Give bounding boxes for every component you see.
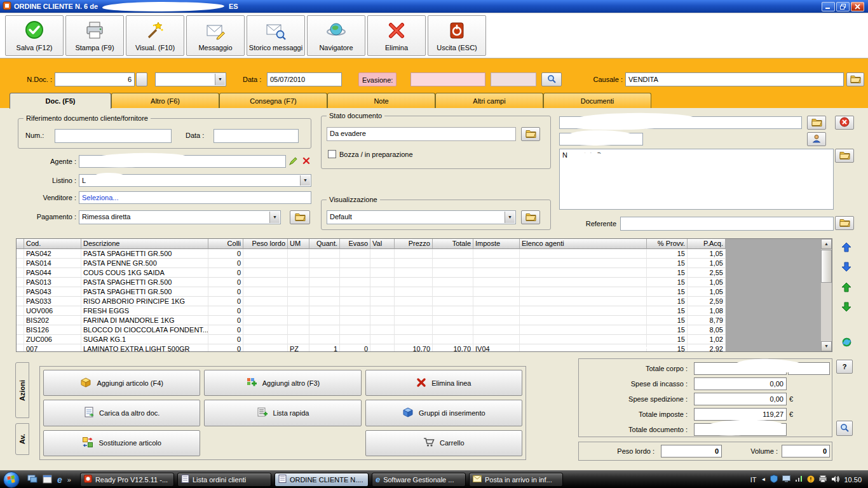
add-other-button[interactable]: Aggiungi altro (F3)	[204, 370, 361, 396]
referente-folder-button[interactable]	[835, 216, 854, 230]
grid-cell-totale[interactable]	[433, 287, 473, 297]
grid-cell-imposte[interactable]	[473, 316, 520, 325]
grid-cell-elenco_agenti[interactable]	[520, 259, 647, 268]
tray-network-icon[interactable]	[795, 475, 803, 484]
grid-column-header-cod[interactable]: Cod.	[24, 239, 81, 249]
table-row[interactable]: PAS033RISO ARBORIO PRINCIPE 1KG0152,59	[17, 297, 821, 306]
replace-article-button[interactable]: Sostituzione articolo	[43, 430, 200, 456]
pagamento-combobox[interactable]: Rimessa diretta▼	[79, 210, 281, 224]
grid-cell-colli[interactable]: 0	[208, 259, 243, 268]
tab-altri-campi[interactable]: Altri campi	[435, 93, 543, 108]
grid-cell-provv[interactable]: 15	[647, 335, 688, 344]
restore-button[interactable]	[836, 2, 850, 11]
table-row[interactable]: PAS014PASTA PENNE GR.5000151,05	[17, 259, 821, 268]
grid-cell-quant[interactable]	[309, 325, 340, 335]
grid-cell-quant[interactable]	[309, 268, 340, 278]
grid-cell-evaso[interactable]	[340, 278, 370, 287]
grid-column-header-colli[interactable]: Colli	[208, 239, 243, 249]
grid-cell-um[interactable]	[288, 249, 309, 259]
cliente-folder-button[interactable]	[807, 116, 826, 130]
grid-column-header-evaso[interactable]: Evaso	[340, 239, 370, 249]
grid-cell-val[interactable]	[370, 278, 395, 287]
grid-column-header-sel[interactable]	[17, 239, 24, 249]
grid-cell-totale[interactable]	[433, 249, 473, 259]
print-button[interactable]: Stampa (F9)	[65, 15, 124, 56]
grid-cell-val[interactable]	[370, 306, 395, 316]
tray-update-icon[interactable]	[807, 475, 815, 484]
grid-cell-colli[interactable]: 0	[208, 249, 243, 259]
grid-cell-val[interactable]	[370, 325, 395, 335]
grid-cell-colli[interactable]: 0	[208, 268, 243, 278]
grid-cell-elenco_agenti[interactable]	[520, 278, 647, 287]
grid-cell-evaso[interactable]	[340, 306, 370, 316]
grid-vertical-scrollbar[interactable]: ▲ ▼	[821, 239, 832, 351]
grid-cell-um[interactable]	[288, 335, 309, 344]
grid-cell-elenco_agenti[interactable]	[520, 316, 647, 325]
cart-button[interactable]: Carrello	[365, 430, 522, 456]
grid-cell-descrizione[interactable]: COUS COUS 1KG SAIDA	[81, 268, 208, 278]
grid-cell-sel[interactable]	[17, 306, 24, 316]
grid-cell-descrizione[interactable]: BLOCCO DI CIOCCOLATA FONDENT...	[81, 325, 208, 335]
grid-cell-prezzo[interactable]	[395, 306, 433, 316]
grid-cell-sel[interactable]	[17, 325, 24, 335]
grid-column-header-descrizione[interactable]: Descrizione	[81, 239, 208, 249]
grid-cell-evaso[interactable]	[340, 268, 370, 278]
grid-cell-um[interactable]	[288, 259, 309, 268]
grid-cell-provv[interactable]: 15	[647, 325, 688, 335]
grid-cell-cod[interactable]: PAS013	[24, 278, 81, 287]
grid-cell-colli[interactable]: 0	[208, 306, 243, 316]
preview-button[interactable]: Visual. (F10)	[126, 15, 184, 56]
delete-button[interactable]: Elimina	[367, 15, 426, 56]
message-button[interactable]: Messaggio	[186, 15, 245, 56]
grid-cell-provv[interactable]: 15	[647, 344, 688, 351]
grid-cell-cod[interactable]: 007	[24, 344, 81, 351]
grid-cell-cod[interactable]: PAS044	[24, 268, 81, 278]
grid-cell-prezzo[interactable]	[395, 316, 433, 325]
grid-cell-imposte[interactable]	[473, 306, 520, 316]
grid-cell-evaso[interactable]	[340, 316, 370, 325]
grid-cell-elenco_agenti[interactable]	[520, 268, 647, 278]
grid-cell-prezzo[interactable]	[395, 335, 433, 344]
tab-consegna[interactable]: Consegna (F7)	[219, 93, 327, 108]
grid-cell-sel[interactable]	[17, 259, 24, 268]
grid-cell-descrizione[interactable]: PASTA SPAGHETTI GR.500	[81, 249, 208, 259]
data-field[interactable]: 05/07/2010	[267, 72, 342, 86]
grid-cell-prezzo[interactable]: 10,70	[395, 344, 433, 351]
grid-cell-prezzo[interactable]	[395, 278, 433, 287]
grid-cell-pacq[interactable]: 1,05	[688, 249, 726, 259]
grid-cell-val[interactable]	[370, 268, 395, 278]
grid-cell-imposte[interactable]	[473, 325, 520, 335]
tab-documenti[interactable]: Documenti	[543, 93, 651, 108]
taskbar-task-browser[interactable]: e Software Gestionale ...	[372, 473, 466, 487]
visualizzazione-folder-button[interactable]	[521, 210, 540, 224]
insert-groups-button[interactable]: Gruppi di inserimento	[365, 400, 522, 426]
volume-field[interactable]: 0	[782, 445, 830, 458]
grid-cell-cod[interactable]: ZUC006	[24, 335, 81, 344]
grid-cell-quant[interactable]	[309, 335, 340, 344]
causale-folder-button[interactable]	[846, 72, 864, 86]
grid-cell-cod[interactable]: BIS202	[24, 316, 81, 325]
table-row[interactable]: PAS044COUS COUS 1KG SAIDA0152,55	[17, 268, 821, 278]
tab-av[interactable]: Av.	[15, 423, 29, 455]
grid-cell-sel[interactable]	[17, 278, 24, 287]
grid-cell-pacq[interactable]: 1,05	[688, 259, 726, 268]
exit-button[interactable]: Uscita (ESC)	[428, 15, 486, 56]
quick-launch-window-icon[interactable]	[43, 475, 52, 485]
grid-cell-pacq[interactable]: 1,05	[688, 278, 726, 287]
spese-spedizione-field[interactable]: 0,00	[694, 393, 787, 405]
grid-cell-evaso[interactable]	[340, 325, 370, 335]
grid-cell-pacq[interactable]: 1,02	[688, 335, 726, 344]
table-row[interactable]: BIS126BLOCCO DI CIOCCOLATA FONDENT...015…	[17, 325, 821, 335]
tray-printer-icon[interactable]	[819, 475, 827, 484]
grid-cell-cod[interactable]: PAS033	[24, 297, 81, 306]
grid-cell-um[interactable]	[288, 306, 309, 316]
table-row[interactable]: PAS013PASTA SPAGHETTI GR.5000151,05	[17, 278, 821, 287]
grid-cell-imposte[interactable]	[473, 335, 520, 344]
grid-cell-totale[interactable]	[433, 316, 473, 325]
grid-cell-val[interactable]	[370, 335, 395, 344]
grid-cell-imposte[interactable]	[473, 278, 520, 287]
grid-cell-imposte[interactable]	[473, 287, 520, 297]
bozza-checkbox[interactable]	[328, 150, 336, 158]
chevron-down-icon[interactable]: ▼	[505, 212, 515, 223]
grid-cell-cod[interactable]: BIS126	[24, 325, 81, 335]
